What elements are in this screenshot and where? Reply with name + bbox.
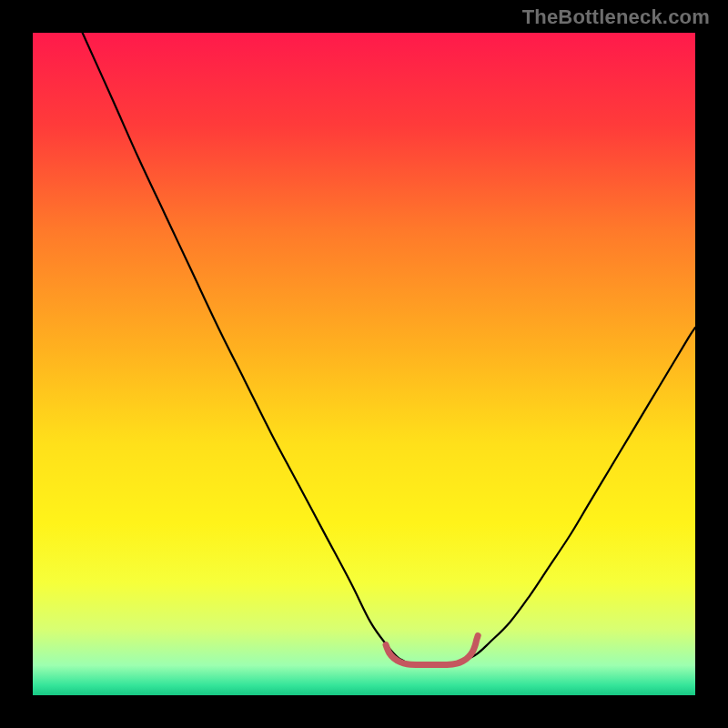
watermark-label: TheBottleneck.com: [522, 5, 710, 29]
series-bottom-highlight: [386, 635, 478, 664]
plot-area: [33, 33, 695, 695]
series-left-branch: [83, 33, 404, 661]
chart-curves: [33, 33, 695, 695]
chart-frame: TheBottleneck.com: [0, 0, 728, 728]
series-right-branch: [463, 328, 695, 661]
